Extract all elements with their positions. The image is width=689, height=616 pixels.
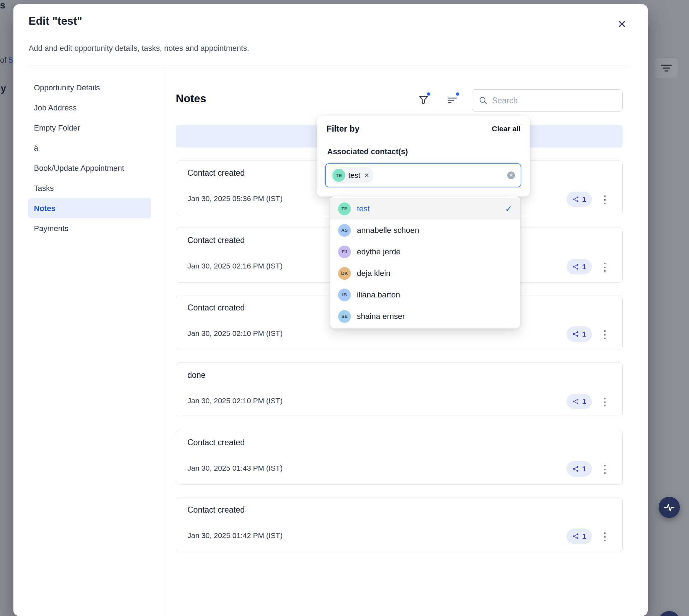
close-button[interactable]: ✕ <box>613 16 630 32</box>
contact-option-label: deja klein <box>357 269 390 278</box>
contact-avatar: AS <box>338 224 351 237</box>
note-title: Contact created <box>187 168 245 178</box>
association-icon <box>572 533 579 540</box>
activity-fab[interactable] <box>659 497 680 518</box>
note-menu-button[interactable]: ⋮ <box>600 393 610 410</box>
contact-option[interactable]: AS annabelle schoen ✓ <box>330 219 520 241</box>
note-timestamp: Jan 30, 2025 02:10 PM (IST) <box>187 397 283 405</box>
note-menu-button[interactable]: ⋮ <box>600 258 610 275</box>
note-menu-button[interactable]: ⋮ <box>600 191 610 208</box>
association-icon <box>572 331 579 338</box>
association-badge[interactable]: 1 <box>567 192 592 207</box>
sidebar-item[interactable]: Tasks <box>28 178 151 198</box>
close-icon: ✕ <box>617 18 626 30</box>
filter-active-dot <box>427 92 430 96</box>
association-badge[interactable]: 1 <box>567 529 592 544</box>
sidebar-item[interactable]: Empty Folder <box>28 118 151 138</box>
contact-option[interactable]: DK deja klein ✓ <box>330 262 520 284</box>
selected-contact-chip: TE test ✕ <box>331 167 373 183</box>
associated-contacts-label: Associated contact(s) <box>327 147 408 156</box>
association-icon <box>572 398 579 405</box>
note-menu-button[interactable]: ⋮ <box>600 460 610 477</box>
kebab-menu-icon: ⋮ <box>600 463 610 475</box>
modal-subtitle: Add and edit opportunity details, tasks,… <box>29 44 249 53</box>
note-card: Contact created Jan 30, 2025 01:42 PM (I… <box>176 497 623 552</box>
sidebar-item[interactable]: Job Address <box>28 98 151 118</box>
note-card: done Jan 30, 2025 02:10 PM (IST) <box>176 362 623 417</box>
chip-label: test <box>348 171 360 180</box>
sidebar-item[interactable]: Notes <box>28 198 151 218</box>
chip-remove-icon[interactable]: ✕ <box>364 172 369 179</box>
modal-title: Edit "test" <box>29 15 82 28</box>
association-icon <box>572 465 579 472</box>
association-badge[interactable]: 1 <box>567 394 592 409</box>
association-badge[interactable]: 1 <box>567 461 592 477</box>
contact-option-label: iliana barton <box>357 290 400 300</box>
note-timestamp: Jan 30, 2025 01:42 PM (IST) <box>187 531 283 540</box>
notes-heading: Notes <box>176 92 206 105</box>
kebab-menu-icon: ⋮ <box>600 328 610 340</box>
sidebar-item[interactable]: à <box>28 138 151 158</box>
clear-all-button[interactable]: Clear all <box>492 125 521 133</box>
kebab-menu-icon: ⋮ <box>600 261 610 273</box>
sort-active-dot <box>456 92 459 96</box>
funnel-icon <box>418 95 429 105</box>
contact-avatar: SE <box>338 310 351 323</box>
clear-input-icon[interactable]: ✕ <box>507 171 515 179</box>
popover-header: Filter by Clear all <box>326 124 521 134</box>
association-count: 1 <box>582 397 586 406</box>
contact-option[interactable]: EJ edythe jerde ✓ <box>330 241 520 262</box>
check-icon: ✓ <box>505 204 512 214</box>
sidebar-divider <box>164 67 164 616</box>
note-title: done <box>187 370 205 380</box>
kebab-menu-icon: ⋮ <box>600 193 610 206</box>
sort-button[interactable] <box>445 92 460 108</box>
kebab-menu-icon: ⋮ <box>600 395 610 408</box>
association-count: 1 <box>582 262 586 271</box>
header-divider <box>28 67 631 67</box>
contact-option-label: shaina ernser <box>357 312 405 321</box>
note-timestamp: Jan 30, 2025 05:36 PM (IST) <box>187 194 283 203</box>
association-icon <box>572 196 579 203</box>
sidebar-item[interactable]: Opportunity Details <box>28 78 151 98</box>
edit-opportunity-modal: Edit "test" ✕ Add and edit opportunity d… <box>13 4 648 616</box>
contact-option-label: edythe jerde <box>357 247 401 256</box>
filter-popover: Filter by Clear all Associated contact(s… <box>317 116 530 197</box>
sidebar-item[interactable]: Payments <box>28 218 151 238</box>
contact-option[interactable]: IB iliana barton ✓ <box>330 284 520 306</box>
note-timestamp: Jan 30, 2025 02:10 PM (IST) <box>187 329 283 338</box>
contact-avatar: DK <box>338 267 351 280</box>
association-badge[interactable]: 1 <box>567 326 592 342</box>
associated-contacts-input[interactable]: TE test ✕ ✕ <box>325 163 521 187</box>
kebab-menu-icon: ⋮ <box>600 530 610 543</box>
search-input[interactable] <box>492 96 616 105</box>
sidebar-item[interactable]: Book/Update Appointment <box>28 158 151 178</box>
note-title: Contact created <box>187 505 245 515</box>
contact-option[interactable]: SE shaina ernser ✓ <box>330 306 520 327</box>
contact-avatar: TE <box>332 169 345 182</box>
association-badge[interactable]: 1 <box>567 259 592 274</box>
note-menu-button[interactable]: ⋮ <box>600 326 610 343</box>
note-title: Contact created <box>187 303 245 313</box>
popover-title: Filter by <box>326 124 359 134</box>
contact-avatar: TE <box>338 203 351 215</box>
note-title: Contact created <box>187 236 245 245</box>
contact-option[interactable]: TE test ✓ <box>330 198 520 219</box>
note-menu-button[interactable]: ⋮ <box>600 528 610 545</box>
search-box <box>472 89 623 112</box>
filter-button[interactable] <box>416 92 431 108</box>
contact-avatar: EJ <box>338 246 351 258</box>
search-icon <box>479 96 488 105</box>
contact-options-dropdown: TE test ✓ AS annabelle schoen ✓ EJ edyth… <box>330 197 520 328</box>
note-card: Contact created Jan 30, 2025 01:43 PM (I… <box>176 430 623 485</box>
modal-sidebar: Opportunity Details Job Address Empty Fo… <box>28 78 151 238</box>
contact-option-label: test <box>357 204 370 213</box>
association-count: 1 <box>582 330 586 338</box>
association-count: 1 <box>582 465 586 473</box>
note-timestamp: Jan 30, 2025 01:43 PM (IST) <box>187 464 283 472</box>
note-timestamp: Jan 30, 2025 02:16 PM (IST) <box>187 262 283 270</box>
contact-option-label: annabelle schoen <box>357 226 419 235</box>
association-count: 1 <box>582 195 586 204</box>
sort-lines-icon <box>447 95 458 105</box>
note-title: Contact created <box>187 438 245 447</box>
